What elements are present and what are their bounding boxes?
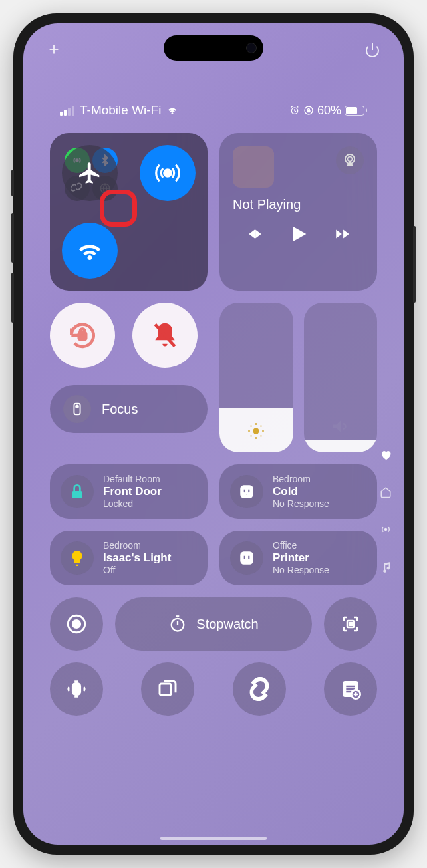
silent-mode-toggle[interactable] bbox=[132, 303, 198, 368]
focus-button[interactable]: Focus bbox=[50, 385, 208, 433]
airplane-icon bbox=[77, 160, 102, 186]
phone-frame: T-Mobile Wi-Fi 60% bbox=[13, 13, 414, 855]
svg-point-49 bbox=[385, 529, 387, 531]
tile-status: No Response bbox=[273, 565, 329, 576]
battery-percent: 60% bbox=[317, 104, 341, 118]
annotation-highlight bbox=[100, 190, 137, 227]
svg-line-19 bbox=[261, 436, 262, 437]
control-center-screen: T-Mobile Wi-Fi 60% bbox=[23, 23, 404, 845]
shazam-icon bbox=[247, 677, 271, 701]
volume-up-hw bbox=[11, 213, 14, 263]
status-bar: T-Mobile Wi-Fi 60% bbox=[23, 103, 404, 118]
mirror-icon bbox=[157, 678, 178, 700]
connectivity-module[interactable] bbox=[50, 133, 208, 291]
airplay-button[interactable] bbox=[336, 146, 364, 174]
home-tile-printer[interactable]: Office Printer No Response bbox=[219, 531, 377, 585]
screen-mirroring-button[interactable] bbox=[141, 662, 194, 716]
volume-down-hw bbox=[11, 273, 14, 323]
tile-name: Front Door bbox=[103, 485, 162, 499]
dynamic-island bbox=[164, 35, 263, 61]
rotation-lock-icon bbox=[303, 105, 314, 116]
home-icon bbox=[380, 486, 392, 498]
media-module[interactable]: Not Playing bbox=[219, 133, 377, 291]
wifi-toggle-icon bbox=[76, 237, 104, 265]
rotation-lock-toggle[interactable] bbox=[50, 303, 115, 368]
home-tile-cold[interactable]: Bedroom Cold No Response bbox=[219, 464, 377, 519]
svg-rect-11 bbox=[79, 333, 86, 339]
outlet-icon bbox=[238, 549, 255, 567]
rotation-lock-toggle-icon bbox=[66, 319, 99, 352]
tile-room: Office bbox=[273, 540, 329, 551]
focus-icon bbox=[63, 395, 91, 423]
next-track-button[interactable] bbox=[332, 225, 353, 243]
stopwatch-label: Stopwatch bbox=[196, 617, 258, 632]
home-indicator[interactable] bbox=[160, 837, 267, 840]
svg-rect-40 bbox=[72, 684, 80, 695]
note-icon bbox=[340, 678, 361, 700]
bell-off-icon bbox=[150, 321, 180, 350]
power-hw bbox=[413, 226, 416, 303]
brightness-icon bbox=[247, 422, 265, 440]
stopwatch-button[interactable]: Stopwatch bbox=[115, 597, 312, 651]
screen-record-button[interactable] bbox=[50, 597, 103, 651]
silent-switch bbox=[11, 170, 14, 196]
quick-note-button[interactable] bbox=[324, 662, 377, 716]
play-button[interactable] bbox=[287, 223, 310, 245]
broadcast-icon bbox=[380, 523, 392, 535]
tile-status: Off bbox=[103, 565, 171, 576]
ping-watch-button[interactable] bbox=[50, 662, 103, 716]
svg-rect-5 bbox=[307, 110, 310, 112]
battery-icon bbox=[345, 106, 367, 116]
media-title: Not Playing bbox=[233, 197, 364, 212]
svg-point-34 bbox=[72, 620, 80, 627]
tile-name: Isaac's Light bbox=[103, 551, 171, 565]
page-indicators[interactable] bbox=[380, 449, 392, 573]
svg-point-14 bbox=[76, 406, 78, 408]
tile-room: Bedroom bbox=[103, 540, 171, 551]
album-art-placeholder bbox=[233, 146, 274, 188]
carrier-label: T-Mobile Wi-Fi bbox=[80, 103, 161, 118]
svg-rect-41 bbox=[160, 684, 171, 695]
tile-room: Bedroom bbox=[273, 474, 329, 485]
svg-point-10 bbox=[348, 157, 353, 162]
svg-point-6 bbox=[164, 170, 172, 177]
home-tile-front-door[interactable]: Default Room Front Door Locked bbox=[50, 464, 208, 519]
qr-scanner-button[interactable] bbox=[324, 597, 377, 651]
svg-point-28 bbox=[245, 494, 247, 496]
lock-icon bbox=[69, 483, 86, 500]
svg-line-18 bbox=[251, 426, 252, 427]
qr-icon bbox=[341, 614, 360, 634]
record-icon bbox=[65, 613, 88, 635]
outlet-icon bbox=[238, 483, 255, 500]
tile-name: Printer bbox=[273, 551, 329, 565]
stopwatch-icon bbox=[168, 615, 187, 633]
svg-point-32 bbox=[245, 560, 247, 562]
add-control-button[interactable] bbox=[47, 42, 61, 58]
svg-rect-39 bbox=[349, 623, 352, 625]
volume-slider[interactable] bbox=[304, 303, 378, 452]
tile-status: No Response bbox=[273, 498, 329, 509]
wifi-icon bbox=[165, 104, 180, 116]
brightness-slider[interactable] bbox=[219, 303, 293, 452]
svg-line-23 bbox=[261, 426, 262, 427]
cellular-signal-icon bbox=[60, 106, 74, 116]
airdrop-toggle[interactable] bbox=[140, 145, 196, 201]
previous-track-button[interactable] bbox=[244, 225, 265, 243]
airdrop-icon bbox=[154, 159, 182, 187]
focus-label: Focus bbox=[102, 402, 138, 417]
home-tile-isaacs-light[interactable]: Bedroom Isaac's Light Off bbox=[50, 531, 208, 585]
shazam-button[interactable] bbox=[233, 662, 286, 716]
tile-status: Locked bbox=[103, 498, 162, 509]
power-button[interactable] bbox=[364, 42, 380, 58]
music-icon bbox=[380, 561, 392, 573]
bulb-icon bbox=[69, 549, 86, 567]
wifi-toggle[interactable] bbox=[62, 223, 118, 279]
watch-ping-icon bbox=[65, 678, 88, 700]
volume-icon bbox=[331, 416, 351, 436]
heart-icon bbox=[380, 449, 392, 461]
svg-point-15 bbox=[253, 428, 259, 434]
airplay-icon bbox=[342, 152, 358, 168]
tile-name: Cold bbox=[273, 485, 329, 499]
tile-room: Default Room bbox=[103, 474, 162, 485]
svg-line-22 bbox=[251, 436, 252, 437]
